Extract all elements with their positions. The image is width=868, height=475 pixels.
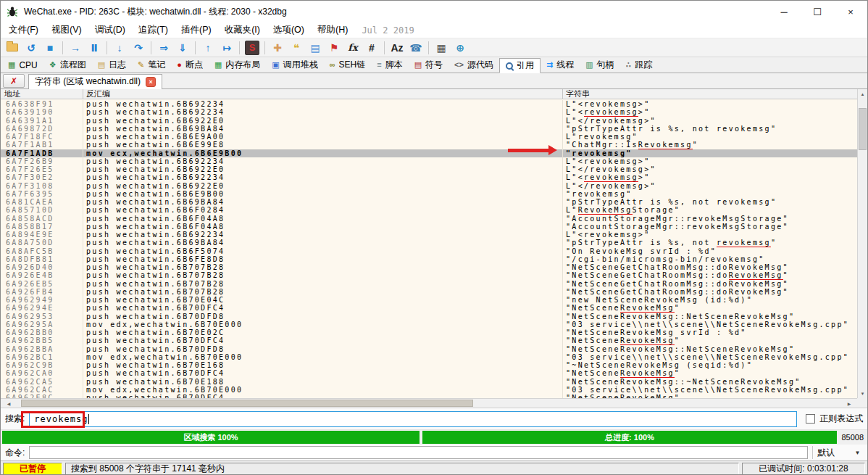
table-row[interactable]: 6A69872Dpush wechatwin.6B69BA84"pStrType… — [1, 125, 857, 133]
table-row[interactable]: 6A7F3108push wechatwin.6B6922E0L"</revok… — [1, 182, 857, 190]
pause-icon[interactable]: Ⅱ — [85, 40, 103, 56]
run-to-user-icon[interactable]: ⇒ — [155, 40, 172, 56]
horizontal-scroll-thumb[interactable] — [21, 400, 473, 407]
tab-graph[interactable]: ❖流程图 — [43, 57, 92, 73]
tab-handles[interactable]: ▥句柄 — [580, 57, 619, 73]
strings-icon[interactable]: Az — [388, 40, 406, 56]
table-row[interactable]: 6A85710Dpush wechatwin.6B6F0284L"RevokeM… — [1, 206, 857, 214]
table-row[interactable]: 6A7F26E5push wechatwin.6B6922E0L"</revok… — [1, 165, 857, 173]
tab-source-code[interactable]: <>源代码 — [448, 57, 499, 73]
maximize-button[interactable]: ☐ — [801, 1, 834, 22]
tab-references[interactable]: 引用 — [499, 58, 541, 73]
patches-icon[interactable]: ✚ — [269, 40, 286, 56]
tab-threads[interactable]: ⇉线程 — [541, 57, 580, 73]
table-row[interactable]: 6A96295Amov edx,wechatwin.6B70E000"03_se… — [1, 321, 857, 329]
tab-cpu[interactable]: ▦CPU — [2, 57, 43, 73]
tab-seh-chain[interactable]: ∞SEH链 — [324, 57, 372, 73]
vertical-scrollbar[interactable]: ▲ ▼ — [857, 89, 867, 398]
table-row[interactable]: 6A962BC1mov edx,wechatwin.6B70E000"03_se… — [1, 353, 857, 361]
table-row[interactable]: 6A8A750Dpush wechatwin.6B69BA84"pStrType… — [1, 239, 857, 247]
scroll-right-icon[interactable]: ▶ — [841, 399, 857, 408]
menu-item[interactable]: 选项(O) — [267, 24, 311, 36]
header-disassembly[interactable]: 反汇编 — [83, 89, 563, 99]
tab-notes[interactable]: ✎笔记 — [132, 57, 171, 73]
table-row[interactable]: 6A7F1ADBmov ecx,wechatwin.6B6E9B00"revok… — [1, 149, 857, 157]
horizontal-scrollbar[interactable]: ◀ ▶ — [1, 398, 857, 408]
table-row[interactable]: 6A962953push wechatwin.6B70DFD8"NetScene… — [1, 313, 857, 321]
tab-log[interactable]: ▤日志 — [92, 57, 132, 73]
header-string[interactable]: 字符串 — [563, 89, 857, 99]
step-into-icon[interactable]: ↓ — [111, 40, 128, 56]
tab-strings-wechatwin[interactable]: 字符串 (区域 wechatwin.dll) × — [28, 74, 162, 89]
hash-icon[interactable]: # — [363, 40, 380, 56]
close-button[interactable]: × — [834, 1, 867, 22]
labels-icon[interactable]: ▤ — [306, 40, 324, 56]
step-out-icon[interactable]: ↑ — [199, 40, 217, 56]
menu-item[interactable]: 插件(P) — [175, 24, 218, 36]
table-row[interactable]: 6A926E4Bpush wechatwin.6B707B28"NetScene… — [1, 271, 857, 279]
table-row[interactable]: 6A962C9Bpush wechatwin.6B70E168"~NetScen… — [1, 361, 857, 369]
scylla-icon[interactable]: S — [243, 40, 261, 56]
close-tab-icon[interactable]: × — [146, 77, 156, 87]
tab-symbols[interactable]: ▤符号 — [409, 57, 448, 73]
modules-icon[interactable]: ☎ — [407, 40, 425, 56]
table-row[interactable]: 6A6391A1push wechatwin.6B6922E0L"</revok… — [1, 117, 857, 125]
run-to-user-code-icon[interactable]: ↦ — [218, 40, 235, 56]
tab-call-stack[interactable]: ▣调用堆栈 — [266, 57, 323, 73]
table-row[interactable]: 6A858ACDpush wechatwin.6B6F04A8"AccountS… — [1, 215, 857, 223]
bookmarks-icon[interactable]: ⚑ — [325, 40, 343, 56]
table-row[interactable]: 6A7F1AB1push wechatwin.6B6E99E8"ChatMgr:… — [1, 141, 857, 149]
table-row[interactable]: 6A962949push wechatwin.6B70E04C"new NetS… — [1, 296, 857, 304]
menu-item[interactable]: 帮助(H) — [311, 24, 354, 36]
settings-globe-icon[interactable]: ⊕ — [451, 40, 469, 56]
table-row[interactable]: 6A858B17push wechatwin.6B6F04A8"AccountS… — [1, 223, 857, 231]
table-row[interactable]: 6A7F26B9push wechatwin.6B692234L"<revoke… — [1, 157, 857, 165]
comments-icon[interactable]: ❝ — [288, 40, 305, 56]
tab-script[interactable]: ≡脚本 — [371, 57, 408, 73]
minimize-button[interactable]: ─ — [767, 1, 801, 22]
search-input[interactable]: revokemsg — [29, 411, 797, 427]
command-profile-dropdown[interactable]: 默认 ▼ — [812, 446, 864, 459]
table-row[interactable]: 6A926EB5push wechatwin.6B707B28"NetScene… — [1, 280, 857, 288]
scroll-left-icon[interactable]: ◀ — [1, 399, 17, 408]
close-all-tabs-button[interactable]: ✗ — [3, 74, 25, 88]
tab-memory-map[interactable]: ▦内存布局 — [209, 57, 266, 73]
table-row[interactable]: 6A7F18FCpush wechatwin.6B6E9A00L"revokem… — [1, 133, 857, 141]
table-row[interactable]: 6A894E9Epush wechatwin.6B692234L"<revoke… — [1, 231, 857, 239]
run-icon[interactable]: → — [67, 40, 84, 56]
stop-icon[interactable]: ■ — [41, 40, 59, 56]
menu-item[interactable]: 文件(F) — [2, 24, 45, 36]
tab-breakpoints[interactable]: ●断点 — [171, 57, 209, 73]
execute-till-return-icon[interactable]: ⇓ — [174, 40, 191, 56]
tab-trace[interactable]: ∴跟踪 — [620, 57, 659, 73]
table-row[interactable]: 6A639190push wechatwin.6B692234L"<revoke… — [1, 108, 857, 116]
table-row[interactable]: 6A926FB4push wechatwin.6B707B28"NetScene… — [1, 288, 857, 296]
table-row[interactable]: 6A7F6395push wechatwin.6B6E9B00"revokems… — [1, 190, 857, 198]
table-row[interactable]: 6A962CA5push wechatwin.6B70E188"NetScene… — [1, 378, 857, 386]
header-address[interactable]: 地址 — [1, 89, 83, 99]
table-row[interactable]: 6A962BBApush wechatwin.6B70DFD8"NetScene… — [1, 345, 857, 353]
restart-icon[interactable]: ↺ — [22, 40, 40, 56]
table-row[interactable]: 6A962BB5push wechatwin.6B70DFC4"NetScene… — [1, 336, 857, 344]
table-row[interactable]: 6A962CA0push wechatwin.6B70DFC4"NetScene… — [1, 369, 857, 377]
menu-item[interactable]: 追踪(T) — [132, 24, 175, 36]
table-row[interactable]: 6A96294Epush wechatwin.6B70DFC4"NetScene… — [1, 304, 857, 312]
command-input[interactable] — [29, 446, 808, 459]
table-row[interactable]: 6A7F30E2push wechatwin.6B692234L"<revoke… — [1, 173, 857, 181]
table-row[interactable]: 6A8AFC5Bpush wechatwin.6B6F5074"On Revok… — [1, 247, 857, 255]
functions-icon[interactable]: fx — [344, 40, 362, 56]
vertical-scroll-thumb[interactable] — [859, 108, 867, 150]
table-row[interactable]: 6A638F91push wechatwin.6B692234L"<revoke… — [1, 100, 857, 108]
menu-item[interactable]: 视图(V) — [45, 24, 88, 36]
step-over-icon[interactable]: ↷ — [130, 40, 147, 56]
calculator-icon[interactable]: ▦ — [433, 40, 450, 56]
table-row[interactable]: 6A962BB0push wechatwin.6B70E02C"NetScene… — [1, 329, 857, 336]
regex-checkbox[interactable] — [806, 414, 815, 424]
table-row[interactable]: 6A8DFB81push wechatwin.6B6FE8D8"/cgi-bin… — [1, 255, 857, 263]
table-row[interactable]: 6A962CACmov edx,wechatwin.6B70E000"03_se… — [1, 386, 857, 394]
menu-item[interactable]: 调试(D) — [88, 24, 132, 36]
menu-item[interactable]: 收藏夹(I) — [218, 24, 267, 36]
open-file-icon[interactable] — [4, 40, 21, 56]
regex-checkbox-label[interactable]: 正则表达式 — [819, 413, 863, 425]
table-row[interactable]: 6A81CAEApush wechatwin.6B69BA84"pStrType… — [1, 198, 857, 206]
